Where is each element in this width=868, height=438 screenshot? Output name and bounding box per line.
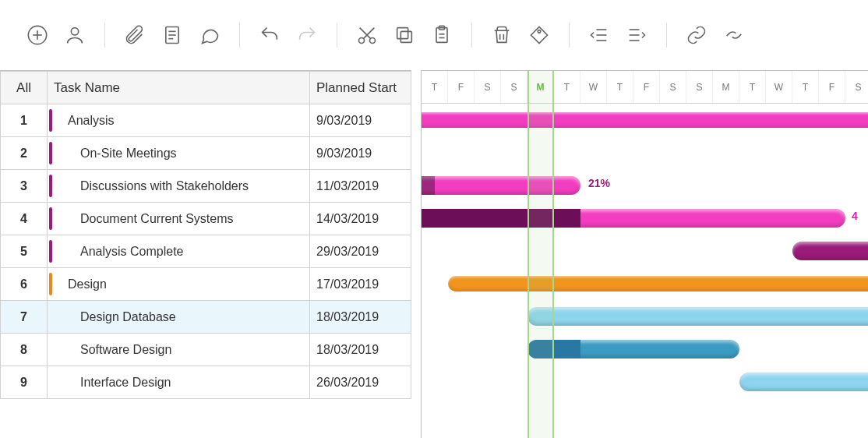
row-name[interactable]: Analysis: [48, 104, 310, 137]
undo-icon[interactable]: [256, 21, 284, 49]
indent-icon[interactable]: [623, 21, 651, 49]
cut-icon[interactable]: [353, 21, 381, 49]
day-cell: T: [607, 71, 633, 103]
row-date[interactable]: 26/03/2019: [310, 366, 411, 399]
col-header-start[interactable]: Planned Start: [310, 72, 411, 104]
row-id: 9: [1, 366, 48, 399]
gantt-bar[interactable]: [792, 242, 868, 260]
link-icon[interactable]: [683, 21, 711, 49]
table-row[interactable]: 6Design17/03/2019: [1, 268, 411, 301]
category-stripe: [49, 240, 52, 263]
day-cell: S: [501, 71, 528, 103]
day-cell: W: [766, 71, 792, 103]
row-date[interactable]: 9/03/2019: [310, 137, 411, 170]
row-name[interactable]: Document Current Systems: [48, 203, 310, 235]
row-name[interactable]: Discussions with Stakeholders: [48, 170, 310, 203]
row-id: 4: [1, 203, 48, 235]
row-name[interactable]: On-Site Meetings: [48, 137, 310, 170]
table-row[interactable]: 1Analysis9/03/2019: [1, 104, 411, 137]
gantt-row: [422, 333, 868, 366]
progress-label: 21%: [588, 177, 610, 189]
table-row[interactable]: 2On-Site Meetings9/03/2019: [1, 137, 411, 170]
gantt-row: [422, 104, 868, 136]
gantt-progress: [421, 176, 435, 195]
category-stripe: [49, 109, 52, 132]
task-name-label: Interface Design: [54, 376, 171, 390]
task-name-label: On-Site Meetings: [54, 147, 177, 161]
toolbar: [0, 0, 868, 70]
category-stripe: [49, 142, 52, 164]
table-row[interactable]: 9Interface Design26/03/2019: [1, 366, 411, 399]
day-cell: M: [713, 71, 739, 103]
separator: [337, 23, 337, 48]
day-cell: T: [792, 71, 819, 103]
row-id: 7: [1, 301, 48, 334]
table-row[interactable]: 7Design Database18/03/2019: [1, 301, 411, 334]
row-id: 5: [1, 235, 48, 268]
row-id: 6: [1, 268, 48, 301]
day-cell: S: [660, 71, 686, 103]
gantt-bar[interactable]: [448, 276, 868, 291]
task-name-label: Design: [54, 277, 107, 291]
task-name-label: Discussions with Stakeholders: [54, 179, 249, 193]
task-name-label: Analysis: [54, 114, 115, 128]
svg-point-3: [71, 28, 78, 35]
paste-icon[interactable]: [428, 21, 456, 49]
redo-icon[interactable]: [293, 21, 321, 49]
outdent-icon[interactable]: [585, 21, 613, 49]
trash-icon[interactable]: [488, 21, 516, 49]
row-name[interactable]: Software Design: [48, 334, 310, 366]
day-cell: M: [528, 71, 554, 103]
row-date[interactable]: 18/03/2019: [310, 301, 411, 334]
col-header-id[interactable]: All: [1, 72, 48, 104]
day-cell: F: [819, 71, 845, 103]
row-name[interactable]: Design Database: [48, 301, 310, 334]
row-id: 2: [1, 137, 48, 170]
row-name[interactable]: Interface Design: [48, 366, 310, 399]
day-cell: T: [554, 71, 580, 103]
svg-point-20: [538, 30, 541, 34]
copy-icon[interactable]: [390, 21, 418, 49]
day-cell: S: [475, 71, 501, 103]
row-date[interactable]: 29/03/2019: [310, 235, 411, 268]
gantt-bar[interactable]: [421, 209, 845, 228]
gantt-progress: [421, 209, 580, 228]
table-row[interactable]: 5Analysis Complete29/03/2019: [1, 235, 411, 268]
table-row[interactable]: 4Document Current Systems14/03/2019: [1, 203, 411, 235]
row-date[interactable]: 11/03/2019: [310, 170, 411, 203]
gantt-bar[interactable]: [421, 176, 580, 195]
gantt-chart[interactable]: TFSSMTWTFSSMTWTFSS 21%4: [421, 70, 868, 438]
col-header-name[interactable]: Task Name: [48, 72, 310, 104]
day-cell: S: [845, 71, 868, 103]
gantt-bar[interactable]: [528, 340, 739, 359]
row-date[interactable]: 14/03/2019: [310, 203, 411, 235]
gantt-bar[interactable]: [528, 307, 868, 326]
row-name[interactable]: Design: [48, 268, 310, 301]
gantt-bar[interactable]: [739, 373, 868, 391]
row-date[interactable]: 17/03/2019: [310, 268, 411, 301]
bar-label: 4: [852, 210, 858, 222]
document-icon[interactable]: [158, 21, 186, 49]
category-stripe: [49, 273, 52, 295]
user-icon[interactable]: [61, 21, 89, 49]
table-row[interactable]: 3Discussions with Stakeholders11/03/2019: [1, 170, 411, 203]
clip-icon[interactable]: [121, 21, 149, 49]
gantt-row: 21%: [422, 169, 868, 202]
task-name-label: Analysis Complete: [54, 245, 184, 259]
chat-icon[interactable]: [196, 21, 224, 49]
task-name-label: Software Design: [54, 343, 171, 357]
plus-icon[interactable]: [23, 21, 51, 49]
day-cell: F: [633, 71, 660, 103]
row-name[interactable]: Analysis Complete: [48, 235, 310, 268]
separator: [104, 23, 105, 48]
row-date[interactable]: 18/03/2019: [310, 334, 411, 366]
day-cell: F: [448, 71, 475, 103]
row-id: 8: [1, 334, 48, 366]
day-cell: W: [580, 71, 607, 103]
gantt-bar[interactable]: [421, 112, 868, 128]
table-row[interactable]: 8Software Design18/03/2019: [1, 334, 411, 366]
svg-rect-12: [400, 31, 411, 42]
tag-icon[interactable]: [525, 21, 553, 49]
row-date[interactable]: 9/03/2019: [310, 104, 411, 137]
unlink-icon[interactable]: [720, 21, 748, 49]
